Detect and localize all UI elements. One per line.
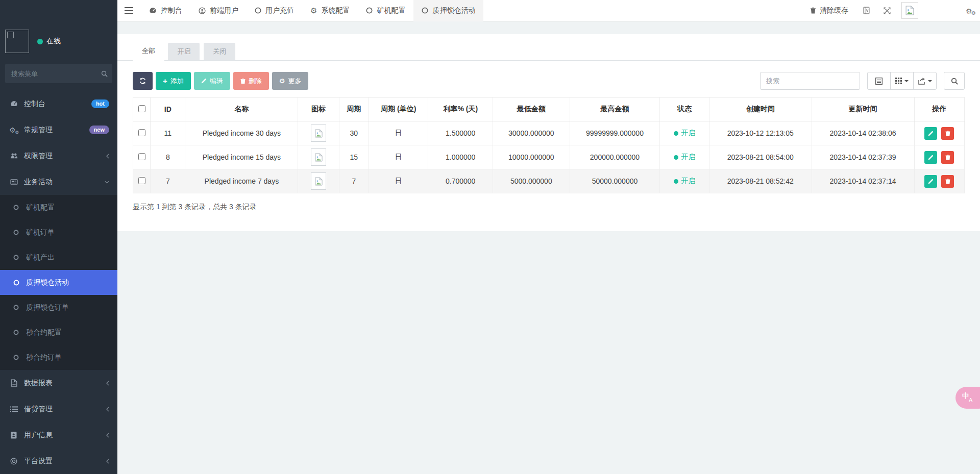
sidebar-toggle-button[interactable] (117, 0, 141, 21)
row-checkbox[interactable] (138, 153, 145, 160)
menu-search-input[interactable] (11, 70, 101, 78)
sidebar-item-miner-output[interactable]: 矿机产出 (0, 245, 117, 270)
edit-button[interactable]: 编辑 (194, 72, 230, 90)
table-search-input[interactable] (760, 72, 860, 90)
header-period-unit[interactable]: 周期 (单位) (369, 97, 428, 121)
cell-period: 15 (339, 145, 369, 169)
circle-icon (366, 7, 373, 14)
broken-image-icon (311, 124, 326, 142)
status-badge: 开启 (674, 177, 696, 186)
header-max-amount[interactable]: 最高金额 (570, 97, 660, 121)
chevron-left-icon (106, 154, 109, 159)
sidebar-item-permissions[interactable]: 权限管理 (0, 143, 117, 169)
cell-id: 7 (151, 169, 185, 193)
header-icon[interactable]: 图标 (298, 97, 339, 121)
clear-cache-button[interactable]: 清除缓存 (802, 6, 856, 15)
sidebar-item-general[interactable]: ⚙⚙ 常规管理 new (0, 117, 117, 143)
sidebar-item-pledge-activity[interactable]: 质押锁仓活动 (0, 270, 117, 295)
search-icon[interactable] (101, 70, 108, 77)
sidebar-item-reports[interactable]: 数据报表 (0, 370, 117, 396)
plus-icon: + (163, 77, 167, 85)
circle-icon (13, 230, 19, 235)
header-status[interactable]: 状态 (660, 97, 709, 121)
header-min-amount[interactable]: 最低金额 (493, 97, 570, 121)
sidebar-item-miner-orders[interactable]: 矿机订单 (0, 220, 117, 245)
header-updated[interactable]: 更新时间 (812, 97, 914, 121)
broken-image-icon (7, 32, 14, 38)
translate-fab-button[interactable]: 中 A (955, 387, 980, 409)
chevron-left-icon (106, 407, 109, 412)
header-period[interactable]: 周期 (339, 97, 369, 121)
table-header-row: ID 名称 图标 周期 周期 (单位) 利率% (天) 最低金额 最高金额 状态… (133, 97, 965, 121)
cell-period-unit: 日 (369, 145, 428, 169)
cell-updated: 2023-10-14 02:38:06 (812, 121, 914, 145)
admin-avatar[interactable] (901, 2, 918, 19)
cell-name: Pledged income 30 days (185, 121, 298, 145)
sidebar-item-business[interactable]: 业务活动 (0, 169, 117, 195)
user-avatar[interactable] (5, 30, 29, 53)
cell-period-unit: 日 (369, 169, 428, 193)
refresh-icon (139, 78, 146, 84)
cell-max-amount: 200000.000000 (570, 145, 660, 169)
filter-tab-closed[interactable]: 关闭 (204, 43, 235, 60)
cell-min-amount: 10000.000000 (493, 145, 570, 169)
view-button-group (867, 72, 937, 90)
row-checkbox[interactable] (138, 129, 145, 136)
user-circle-icon (199, 7, 206, 14)
detail-view-icon (875, 78, 883, 85)
sidebar-item-label: 秒合约订单 (26, 353, 62, 362)
sidebar-item-pledge-orders[interactable]: 质押锁仓订单 (0, 295, 117, 320)
filter-tab-open[interactable]: 开启 (168, 43, 200, 60)
sidebar-item-dashboard[interactable]: 控制台 hot (0, 91, 117, 117)
row-checkbox[interactable] (138, 177, 145, 184)
columns-dropdown-button[interactable] (890, 72, 914, 90)
gear-icon: ⚙ (279, 78, 285, 84)
topbar-tab-frontend-users[interactable]: 前端用户 (190, 0, 247, 21)
row-delete-button[interactable] (941, 175, 954, 188)
header-id[interactable]: ID (151, 97, 185, 121)
sidebar-item-label: 权限管理 (24, 152, 53, 161)
refresh-button[interactable] (133, 72, 153, 90)
topbar-tab-user-recharge[interactable]: 用户充值 (247, 0, 302, 21)
select-all-checkbox[interactable] (138, 105, 145, 112)
fullscreen-icon[interactable] (877, 0, 897, 21)
row-edit-button[interactable] (924, 175, 937, 188)
add-button[interactable]: + 添加 (156, 72, 191, 90)
export-icon (918, 78, 925, 85)
topbar-tab-label: 质押锁仓活动 (432, 6, 475, 15)
sidebar-item-seconds-orders[interactable]: 秒合约订单 (0, 345, 117, 370)
caret-down-icon (904, 80, 909, 82)
topbar-tab-pledge-activity[interactable]: 质押锁仓活动 (413, 0, 483, 21)
search-toggle-button[interactable] (944, 72, 965, 90)
header-name[interactable]: 名称 (185, 97, 298, 121)
header-created[interactable]: 创建时间 (709, 97, 812, 121)
row-edit-button[interactable] (924, 127, 937, 140)
sidebar-item-user-info[interactable]: 用户信息 (0, 422, 117, 448)
export-dropdown-button[interactable] (913, 72, 937, 90)
topbar-tab-dashboard[interactable]: 控制台 (141, 0, 190, 21)
cell-id: 8 (151, 145, 185, 169)
detail-view-button[interactable] (867, 72, 891, 90)
trash-icon (810, 7, 816, 14)
topbar-tab-system-config[interactable]: ⚙ 系统配置 (302, 0, 358, 21)
row-edit-button[interactable] (924, 151, 937, 164)
topbar-tab-miner-config[interactable]: 矿机配置 (358, 0, 413, 21)
filter-tab-all[interactable]: 全部 (133, 42, 164, 61)
settings-gears-icon[interactable]: ⚙⚙ (959, 0, 980, 21)
circle-icon (13, 255, 19, 260)
row-delete-button[interactable] (941, 127, 954, 140)
delete-button[interactable]: 删除 (233, 72, 269, 90)
sidebar-item-lending[interactable]: 借贷管理 (0, 396, 117, 422)
sidebar-item-platform-settings[interactable]: 平台设置 (0, 448, 117, 474)
hamburger-icon (125, 7, 133, 14)
cell-period: 7 (339, 169, 369, 193)
sidebar-item-label: 质押锁仓订单 (26, 303, 69, 312)
sidebar-item-miner-config[interactable]: 矿机配置 (0, 195, 117, 220)
sidebar-item-seconds-config[interactable]: 秒合约配置 (0, 320, 117, 345)
row-delete-button[interactable] (941, 151, 954, 164)
header-rate[interactable]: 利率% (天) (428, 97, 493, 121)
more-button[interactable]: ⚙ 更多 (272, 72, 309, 90)
trash-icon (945, 155, 950, 160)
language-icon[interactable] (856, 0, 877, 21)
content-panel: 全部 开启 关闭 + 添加 编辑 删除 ⚙ 更多 (117, 34, 980, 231)
